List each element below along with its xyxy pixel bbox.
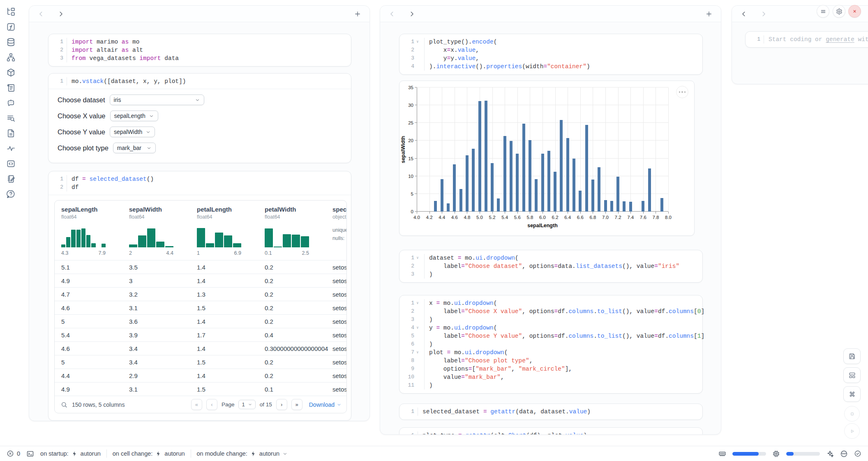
logs-icon[interactable] — [6, 113, 16, 123]
chart-bar — [591, 180, 594, 212]
xy-plot-dropdown-cell[interactable]: 1∨x = mo.ui.dropdown(2 label="Choose X v… — [399, 295, 703, 394]
fold-arrow-icon[interactable]: ∨ — [414, 348, 421, 357]
sparkles-ai-icon[interactable] — [826, 450, 834, 458]
column-next-icon[interactable] — [57, 10, 65, 18]
plot-cell[interactable]: 1∨plot_type().encode(2 x=x.value,3 y=y.v… — [399, 34, 703, 75]
table-row[interactable]: 4.63.41.40.30000000000000004setosa — [55, 341, 346, 355]
assistant-icon[interactable] — [840, 450, 848, 458]
tracing-icon[interactable] — [6, 143, 16, 153]
column-prev-icon[interactable] — [37, 10, 45, 18]
autorun-setting[interactable]: on cell change:autorun — [113, 450, 185, 457]
packages-icon[interactable] — [6, 67, 16, 77]
prev-page-button[interactable]: ‹ — [206, 399, 217, 410]
dataset-dropdown-cell[interactable]: 1∨dataset = mo.ui.dropdown(2 label="Choo… — [399, 250, 703, 283]
table-row[interactable]: 4.931.40.2setosa — [55, 274, 346, 287]
keyboard-shortcuts-button[interactable] — [843, 386, 861, 402]
table-row[interactable]: 53.41.50.2setosa — [55, 355, 346, 369]
dataframe-code[interactable]: 1df = selected_dataset()2df — [53, 175, 345, 191]
table-row[interactable]: 53.61.40.2setosa — [55, 314, 346, 328]
notebook-menu-icon[interactable] — [817, 5, 829, 18]
empty-cell[interactable]: 1 Start coding or generate with AI. — [745, 31, 868, 48]
column-prev-icon[interactable] — [388, 10, 396, 18]
column-next-icon[interactable] — [408, 10, 416, 18]
first-page-button[interactable]: « — [191, 399, 202, 410]
dependency-graph-icon[interactable] — [6, 52, 16, 62]
layout-toggle-button[interactable] — [843, 367, 861, 383]
caret-down-icon — [145, 129, 151, 135]
table-row[interactable]: 5.13.51.40.2setosa — [55, 260, 346, 274]
table-row[interactable]: 4.63.11.50.2setosa — [55, 301, 346, 314]
page-total-label: of 15 — [260, 401, 272, 408]
fold-spacer — [414, 307, 421, 316]
file-explorer-icon[interactable] — [6, 7, 16, 16]
documentation-icon[interactable] — [6, 128, 16, 138]
last-page-button[interactable]: » — [291, 399, 302, 410]
autorun-setting[interactable]: on startup:autorun — [40, 450, 101, 457]
table-cell: 3.9 — [129, 332, 197, 339]
stop-button[interactable] — [844, 406, 860, 422]
chart-actions-icon[interactable] — [676, 86, 688, 98]
selected-value: iris — [114, 97, 121, 103]
chart-bar — [585, 125, 588, 212]
datasources-icon[interactable] — [6, 37, 16, 47]
code-line: 3 y=y.value, — [404, 54, 697, 62]
control-label: Choose X value — [58, 112, 106, 120]
fold-arrow-icon[interactable]: ∨ — [414, 254, 421, 262]
terminal-icon[interactable] — [26, 450, 34, 458]
table-row[interactable]: 4.42.91.40.2setosa — [55, 369, 346, 382]
dropdown-select[interactable]: mark_bar — [113, 143, 156, 153]
table-row[interactable]: 5.43.91.70.4setosa — [55, 328, 346, 341]
run-button[interactable] — [844, 423, 860, 439]
fold-arrow-icon[interactable]: ∨ — [414, 38, 421, 46]
column-header[interactable]: sepalWidthfloat6424.4 — [129, 206, 197, 256]
table-row[interactable]: 4.93.11.50.1setosa — [55, 382, 346, 396]
search-icon[interactable] — [60, 401, 68, 408]
page-select[interactable]: 1 — [238, 400, 255, 409]
table-cell: 3.6 — [129, 318, 197, 325]
download-button[interactable]: Download — [309, 401, 342, 408]
column-header[interactable]: speciesobjectuniquenulls: — [332, 206, 346, 256]
dropdown-select[interactable]: sepalLength — [110, 111, 158, 121]
chart-bar — [497, 198, 500, 212]
selected-dataset-cell[interactable]: 1selected_dataset = getattr(data, datase… — [399, 403, 703, 420]
error-count-indicator[interactable]: 0 — [7, 450, 20, 457]
column-header[interactable]: petalLengthfloat6416.9 — [197, 206, 265, 256]
table-cell: 0.2 — [265, 291, 332, 298]
table-cell: 1.5 — [197, 304, 265, 311]
column-next-icon[interactable] — [760, 10, 767, 18]
column-header[interactable]: sepalLengthfloat644.37.9 — [61, 206, 129, 256]
dropdown-select[interactable]: iris — [110, 95, 204, 105]
table-cell: 3.4 — [129, 359, 197, 366]
table-cell: 4.7 — [61, 291, 129, 298]
functions-icon[interactable] — [6, 22, 16, 32]
generate-with-ai-link[interactable]: generate — [826, 36, 854, 43]
snippets-icon[interactable] — [6, 159, 16, 168]
table-cell: 0.2 — [265, 304, 332, 311]
chat-icon[interactable] — [6, 98, 16, 108]
imports-cell[interactable]: 1import marimo as mo2import altair as al… — [48, 34, 351, 67]
column-prev-icon[interactable] — [740, 10, 748, 18]
help-icon[interactable] — [6, 189, 16, 199]
close-icon[interactable] — [848, 5, 861, 18]
scripts-icon[interactable] — [6, 83, 16, 92]
fold-spacer — [414, 62, 421, 71]
save-button[interactable] — [843, 348, 861, 364]
fold-arrow-icon[interactable]: ∨ — [414, 324, 421, 332]
column-header[interactable]: petalWidthfloat640.12.5 — [265, 206, 332, 256]
control-label: Choose Y value — [58, 128, 105, 136]
table-cell: 4.6 — [61, 345, 129, 352]
add-cell-icon[interactable] — [354, 10, 361, 18]
settings-gear-icon[interactable] — [833, 5, 845, 18]
autorun-setting[interactable]: on module change:autorun — [197, 450, 288, 457]
page-label: Page — [222, 401, 235, 408]
fold-arrow-icon[interactable]: ∨ — [414, 299, 421, 307]
code-line: 1df = selected_dataset() — [53, 175, 345, 183]
plot-type-cell[interactable]: 1plot_type = getattr(alt.Chart(df), plot… — [399, 427, 703, 435]
add-cell-icon[interactable] — [705, 10, 713, 18]
table-cell: 3.2 — [129, 291, 197, 298]
table-row[interactable]: 4.73.21.30.2setosa — [55, 287, 346, 301]
next-page-button[interactable]: › — [276, 399, 287, 410]
dropdown-select[interactable]: sepalWidth — [110, 127, 155, 137]
vstack-code[interactable]: 1mo.vstack([dataset, x, y, plot]) — [53, 77, 345, 85]
scratchpad-icon[interactable] — [6, 174, 16, 184]
